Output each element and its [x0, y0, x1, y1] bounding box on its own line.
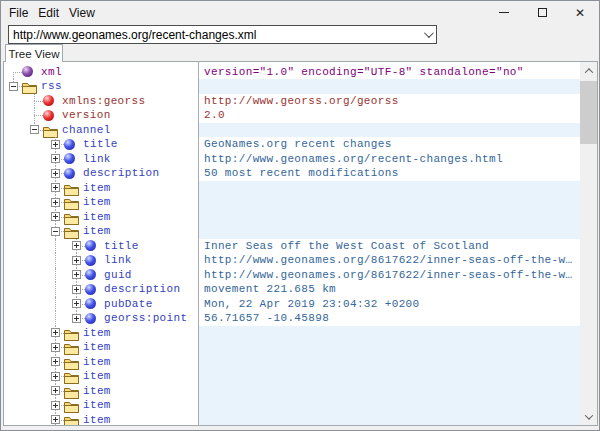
- value-row[interactable]: [199, 355, 580, 370]
- folder-icon: [64, 370, 79, 382]
- menu-item-file[interactable]: File: [4, 4, 33, 22]
- tree-node-label[interactable]: item: [83, 195, 111, 210]
- value-row[interactable]: version="1.0" encoding="UTF-8" standalon…: [199, 65, 580, 80]
- tree-node-label[interactable]: item: [83, 210, 111, 225]
- tree-row: title: [4, 239, 198, 254]
- scrollbar-thumb[interactable]: [580, 81, 597, 144]
- tree-node-label[interactable]: item: [83, 326, 111, 341]
- tree-node-label[interactable]: xmlns:georss: [62, 94, 145, 109]
- tree-node-label[interactable]: item: [83, 340, 111, 355]
- tree-toggle-plus[interactable]: [72, 285, 81, 294]
- tree-toggle-plus[interactable]: [51, 415, 60, 424]
- scroll-down-button[interactable]: [580, 408, 597, 425]
- value-row[interactable]: [199, 369, 580, 384]
- tree-toggle-plus[interactable]: [51, 401, 60, 410]
- tree-connector-line: [55, 297, 56, 312]
- tree-node-label[interactable]: item: [83, 384, 111, 399]
- tree-node-label[interactable]: item: [83, 181, 111, 196]
- value-row[interactable]: [199, 326, 580, 341]
- tree-node-label[interactable]: item: [83, 413, 111, 426]
- value-row[interactable]: [199, 195, 580, 210]
- tree-toggle-minus[interactable]: [9, 82, 18, 91]
- value-row[interactable]: [199, 123, 580, 138]
- tree-node-label[interactable]: description: [83, 166, 159, 181]
- tree-node-label[interactable]: item: [83, 355, 111, 370]
- tree-toggle-plus[interactable]: [72, 314, 81, 323]
- tree-toggle-plus[interactable]: [51, 140, 60, 149]
- tree-toggle-plus[interactable]: [51, 386, 60, 395]
- value-text: Mon, 22 Apr 2019 23:04:32 +0200: [204, 298, 419, 310]
- value-row[interactable]: [199, 79, 580, 94]
- tree-node-label[interactable]: georss:point: [104, 311, 187, 326]
- value-text: http://www.georss.org/georss: [204, 95, 399, 107]
- tree-toggle-plus[interactable]: [51, 212, 60, 221]
- tree-toggle-plus[interactable]: [72, 241, 81, 250]
- menu-item-view[interactable]: View: [64, 4, 100, 22]
- value-row[interactable]: Inner Seas off the West Coast of Scotlan…: [199, 239, 580, 254]
- minimize-button[interactable]: [485, 1, 523, 24]
- tree-node-label[interactable]: version: [62, 108, 111, 123]
- url-combobox[interactable]: [8, 25, 437, 44]
- tree-connector-line: [13, 72, 22, 73]
- tree-node-label[interactable]: channel: [62, 123, 111, 138]
- tree-toggle-plus[interactable]: [51, 169, 60, 178]
- value-row[interactable]: 2.0: [199, 108, 580, 123]
- value-row[interactable]: http://www.geonames.org/8617622/inner-se…: [199, 253, 580, 268]
- tree-node-label[interactable]: item: [83, 224, 111, 239]
- vertical-scrollbar[interactable]: [580, 62, 597, 425]
- tree-node-label[interactable]: item: [83, 369, 111, 384]
- red-ball-icon: [43, 110, 54, 121]
- tree-node-label[interactable]: rss: [41, 79, 62, 94]
- value-text: 2.0: [204, 109, 225, 121]
- tree-toggle-minus[interactable]: [30, 125, 39, 134]
- tree-connector-line: [34, 115, 35, 122]
- blue-ball-icon: [64, 168, 75, 179]
- value-row[interactable]: movement 221.685 km: [199, 282, 580, 297]
- value-row[interactable]: http://www.georss.org/georss: [199, 94, 580, 109]
- tree-toggle-plus[interactable]: [51, 154, 60, 163]
- tab-tree-view[interactable]: Tree View: [5, 44, 63, 62]
- tree-toggle-plus[interactable]: [72, 270, 81, 279]
- tree-node-label[interactable]: xml: [41, 65, 62, 80]
- value-row[interactable]: [199, 413, 580, 426]
- value-row[interactable]: [199, 384, 580, 399]
- tree-toggle-plus[interactable]: [51, 357, 60, 366]
- tree-node-label[interactable]: item: [83, 398, 111, 413]
- tree-node-label[interactable]: pubDate: [104, 297, 153, 312]
- value-row[interactable]: http://www.geonames.org/8617622/inner-se…: [199, 268, 580, 283]
- tree-node-label[interactable]: link: [104, 253, 132, 268]
- tree-row: description: [4, 166, 198, 181]
- tree-toggle-plus[interactable]: [51, 198, 60, 207]
- value-row[interactable]: [199, 224, 580, 239]
- value-row[interactable]: 56.71657 -10.45898: [199, 311, 580, 326]
- value-row[interactable]: [199, 340, 580, 355]
- scroll-up-button[interactable]: [580, 62, 597, 79]
- tree-toggle-plus[interactable]: [51, 343, 60, 352]
- menu-item-edit[interactable]: Edit: [33, 4, 64, 22]
- tree-node-label[interactable]: title: [83, 137, 118, 152]
- maximize-button[interactable]: [523, 1, 561, 24]
- tree-toggle-plus[interactable]: [51, 328, 60, 337]
- tree-toggle-plus[interactable]: [72, 256, 81, 265]
- tree-node-label[interactable]: title: [104, 239, 139, 254]
- tree-toggle-minus[interactable]: [51, 227, 60, 236]
- tree-node-label[interactable]: description: [104, 282, 180, 297]
- tree-toggle-plus[interactable]: [72, 299, 81, 308]
- tree-toggle-plus[interactable]: [51, 183, 60, 192]
- value-row[interactable]: GeoNames.org recent changes: [199, 137, 580, 152]
- value-row[interactable]: http://www.geonames.org/recent-changes.h…: [199, 152, 580, 167]
- value-row[interactable]: 50 most recent modifications: [199, 166, 580, 181]
- content-area: xmlrssxmlns:georssversionchanneltitlelin…: [3, 61, 598, 426]
- folder-icon: [64, 225, 79, 237]
- tree-node-label[interactable]: link: [83, 152, 111, 167]
- chevron-down-icon: [584, 411, 592, 419]
- close-button[interactable]: ✕: [561, 1, 599, 24]
- url-dropdown-button[interactable]: [418, 26, 436, 43]
- value-row[interactable]: Mon, 22 Apr 2019 23:04:32 +0200: [199, 297, 580, 312]
- tree-toggle-plus[interactable]: [51, 372, 60, 381]
- value-row[interactable]: [199, 210, 580, 225]
- tree-node-label[interactable]: guid: [104, 268, 132, 283]
- value-row[interactable]: [199, 181, 580, 196]
- value-row[interactable]: [199, 398, 580, 413]
- url-input[interactable]: [9, 27, 418, 42]
